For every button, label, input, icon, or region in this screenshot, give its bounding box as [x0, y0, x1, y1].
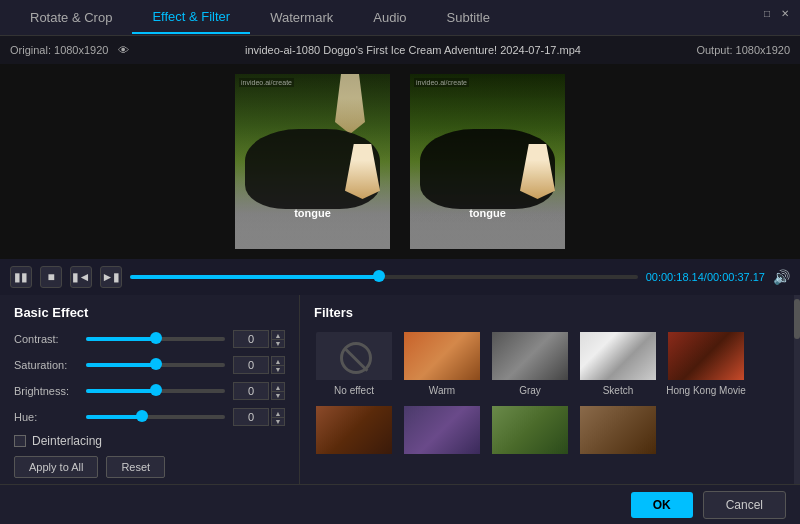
filter-sketch[interactable]: Sketch: [578, 330, 658, 396]
tab-watermark[interactable]: Watermark: [250, 2, 353, 33]
saturation-value-control: ▲ ▼: [233, 356, 285, 374]
hue-spinner: ▲ ▼: [271, 408, 285, 426]
no-effect-circle: [316, 332, 394, 382]
filter-warm[interactable]: Warm: [402, 330, 482, 396]
deinterlacing-checkbox[interactable]: [14, 435, 26, 447]
brightness-slider[interactable]: [86, 389, 225, 393]
file-name: invideo-ai-1080 Doggo's First Ice Cream …: [129, 44, 696, 56]
contrast-fill: [86, 337, 156, 341]
progress-handle[interactable]: [373, 270, 385, 282]
filter-thumb-warm: [402, 330, 482, 382]
pause-button[interactable]: ▮▮: [10, 266, 32, 288]
saturation-thumb[interactable]: [150, 358, 162, 370]
hue-decrement[interactable]: ▼: [271, 417, 285, 426]
brightness-row: Brightness: ▲ ▼: [14, 382, 285, 400]
filter-thumb-hk-movie: [666, 330, 746, 382]
deinterlacing-row: Deinterlacing: [14, 434, 285, 448]
filter-row2-4[interactable]: [578, 404, 658, 459]
preview-area: invideo.ai/create tongue invideo.ai/crea…: [0, 64, 800, 259]
contrast-decrement[interactable]: ▼: [271, 339, 285, 348]
output-resolution: Output: 1080x1920: [696, 44, 790, 56]
filter-thumb-no-effect: [314, 330, 394, 382]
progress-bar[interactable]: [130, 275, 638, 279]
brightness-value-control: ▲ ▼: [233, 382, 285, 400]
filter-label-hk-movie: Hong Kong Movie: [666, 385, 746, 396]
saturation-slider[interactable]: [86, 363, 225, 367]
eye-icon[interactable]: 👁: [118, 44, 129, 56]
close-button[interactable]: ✕: [778, 6, 792, 20]
filter-row2-3[interactable]: [490, 404, 570, 459]
brightness-input[interactable]: [233, 382, 269, 400]
contrast-label: Contrast:: [14, 333, 86, 345]
hue-fill: [86, 415, 142, 419]
ok-button[interactable]: OK: [631, 492, 693, 518]
filter-row2-2[interactable]: [402, 404, 482, 459]
hue-label: Hue:: [14, 411, 86, 423]
filter-label-warm: Warm: [429, 385, 455, 396]
window-controls: □ ✕: [760, 6, 792, 20]
filter-thumb-gray: [490, 330, 570, 382]
original-video-preview: invideo.ai/create tongue: [235, 74, 390, 249]
filter-thumb-row2-3: [490, 404, 570, 456]
playback-bar: ▮▮ ■ ▮◄ ►▮ 00:00:18.14/00:00:37.17 🔊: [0, 259, 800, 295]
contrast-value-control: ▲ ▼: [233, 330, 285, 348]
filter-thumb-row2-1: [314, 404, 394, 456]
skip-forward-button[interactable]: ►▮: [100, 266, 122, 288]
contrast-slider[interactable]: [86, 337, 225, 341]
saturation-label: Saturation:: [14, 359, 86, 371]
no-effect-icon: [340, 342, 372, 374]
footer: OK Cancel: [0, 484, 800, 524]
tab-rotate[interactable]: Rotate & Crop: [10, 2, 132, 33]
saturation-spinner: ▲ ▼: [271, 356, 285, 374]
contrast-spinner: ▲ ▼: [271, 330, 285, 348]
brightness-increment[interactable]: ▲: [271, 382, 285, 391]
watermark-filtered: invideo.ai/create: [414, 78, 469, 87]
filter-hk-movie[interactable]: Hong Kong Movie: [666, 330, 746, 396]
scrollbar-thumb[interactable]: [794, 299, 800, 339]
contrast-increment[interactable]: ▲: [271, 330, 285, 339]
filtered-video-preview: invideo.ai/create tongue: [410, 74, 565, 249]
tab-audio[interactable]: Audio: [353, 2, 426, 33]
tab-subtitle[interactable]: Subtitle: [427, 2, 510, 33]
brightness-decrement[interactable]: ▼: [271, 391, 285, 400]
brightness-label: Brightness:: [14, 385, 86, 397]
filter-thumb-row2-2: [402, 404, 482, 456]
hue-slider[interactable]: [86, 415, 225, 419]
reset-button[interactable]: Reset: [106, 456, 165, 478]
watermark-original: invideo.ai/create: [239, 78, 294, 87]
saturation-fill: [86, 363, 156, 367]
hue-input[interactable]: [233, 408, 269, 426]
video-label-tongue: tongue: [294, 207, 331, 219]
contrast-input[interactable]: [233, 330, 269, 348]
hue-value-control: ▲ ▼: [233, 408, 285, 426]
saturation-input[interactable]: [233, 356, 269, 374]
stop-button[interactable]: ■: [40, 266, 62, 288]
saturation-decrement[interactable]: ▼: [271, 365, 285, 374]
action-row: Apply to All Reset: [14, 456, 285, 478]
brightness-thumb[interactable]: [150, 384, 162, 396]
hue-row: Hue: ▲ ▼: [14, 408, 285, 426]
time-display: 00:00:18.14/00:00:37.17: [646, 271, 765, 283]
volume-icon[interactable]: 🔊: [773, 269, 790, 285]
info-bar: Original: 1080x1920 👁 invideo-ai-1080 Do…: [0, 36, 800, 64]
filter-gray[interactable]: Gray: [490, 330, 570, 396]
saturation-increment[interactable]: ▲: [271, 356, 285, 365]
contrast-row: Contrast: ▲ ▼: [14, 330, 285, 348]
filter-row2-1[interactable]: [314, 404, 394, 459]
original-resolution: Original: 1080x1920: [10, 44, 108, 56]
saturation-row: Saturation: ▲ ▼: [14, 356, 285, 374]
filters-title: Filters: [314, 305, 786, 320]
contrast-thumb[interactable]: [150, 332, 162, 344]
filter-thumb-row2-4: [578, 404, 658, 456]
filters-grid: No effect Warm Gray Ske: [314, 330, 786, 459]
tab-bar: Rotate & Crop Effect & Filter Watermark …: [0, 0, 800, 36]
deinterlacing-label: Deinterlacing: [32, 434, 102, 448]
minimize-button[interactable]: □: [760, 6, 774, 20]
skip-back-button[interactable]: ▮◄: [70, 266, 92, 288]
filter-no-effect[interactable]: No effect: [314, 330, 394, 396]
apply-to-all-button[interactable]: Apply to All: [14, 456, 98, 478]
hue-increment[interactable]: ▲: [271, 408, 285, 417]
hue-thumb[interactable]: [136, 410, 148, 422]
cancel-button[interactable]: Cancel: [703, 491, 786, 519]
tab-effect-filter[interactable]: Effect & Filter: [132, 1, 250, 34]
